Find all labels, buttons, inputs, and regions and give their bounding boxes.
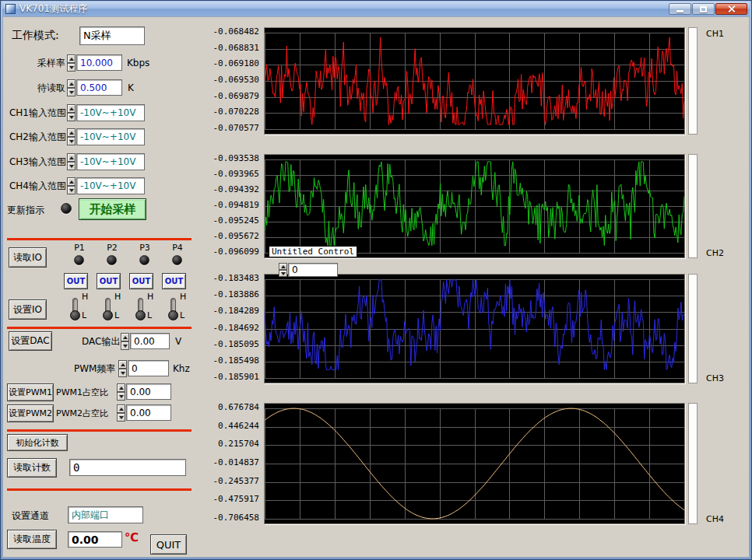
pwm2-duty-input[interactable]: 0.00: [126, 404, 171, 421]
minimize-button[interactable]: [669, 3, 691, 15]
out-button-p1[interactable]: OUT: [64, 273, 88, 289]
read-counter-button[interactable]: 读取计数: [7, 458, 57, 478]
y-tick-label: -0.245377: [213, 476, 259, 486]
toggle-knob[interactable]: [135, 310, 146, 320]
ch2-range-stepper[interactable]: [67, 128, 76, 145]
spin-down-button[interactable]: [117, 392, 125, 401]
ch4-range-stepper[interactable]: [67, 177, 76, 194]
spin-up-button[interactable]: [67, 128, 76, 137]
set-io-button[interactable]: 设置IO: [9, 299, 47, 320]
port-led-p4: [172, 255, 182, 265]
update-indicator-led: [61, 203, 72, 214]
chart-ch2-y-ticks: -0.093538-0.093965-0.094392-0.094819-0.0…: [195, 154, 262, 258]
ch3-range-stepper[interactable]: [67, 153, 76, 170]
pwm1-duty-input[interactable]: 0.00: [126, 383, 171, 400]
chart-ch2-side-strip: [688, 154, 698, 258]
ch1-range-select[interactable]: -10V~+10V: [76, 104, 145, 121]
toggle-knob[interactable]: [70, 310, 80, 320]
spin-down-button[interactable]: [118, 369, 127, 377]
spin-down-button[interactable]: [279, 270, 287, 277]
spin-down-button[interactable]: [67, 88, 76, 96]
spin-down-button[interactable]: [67, 137, 76, 145]
spin-up-button[interactable]: [67, 104, 76, 113]
spin-up-button[interactable]: [279, 263, 287, 270]
start-sampling-button[interactable]: 开始采样: [79, 198, 146, 220]
counter-display: 0: [69, 459, 186, 476]
y-tick-label: -0.070577: [213, 123, 259, 133]
sample-rate-input[interactable]: 10.000: [76, 54, 122, 71]
spin-down-button[interactable]: [67, 162, 76, 170]
quit-button[interactable]: QUIT: [150, 534, 187, 555]
dac-output-input[interactable]: 0.00: [130, 333, 170, 349]
y-tick-label: -0.183483: [213, 273, 259, 283]
up-arrow-icon: [69, 82, 74, 86]
spin-up-button[interactable]: [67, 177, 76, 186]
port-led-p1: [74, 255, 84, 265]
close-button[interactable]: [715, 3, 747, 15]
io-toggle-p3[interactable]: H L: [135, 291, 163, 322]
spin-down-button[interactable]: [67, 186, 76, 194]
out-button-p3[interactable]: OUT: [129, 273, 153, 289]
work-mode-select[interactable]: N采样: [79, 26, 145, 45]
init-counter-button[interactable]: 初始化计数: [7, 434, 68, 451]
pwm-freq-stepper[interactable]: [118, 360, 127, 377]
y-tick-label: -0.184692: [213, 323, 259, 333]
set-pwm2-button[interactable]: 设置PWM2: [7, 404, 54, 422]
y-tick-label: -0.068831: [213, 43, 259, 53]
read-temperature-button[interactable]: 读取温度: [7, 530, 57, 549]
io-toggle-p4[interactable]: H L: [167, 291, 195, 322]
spin-up-button[interactable]: [67, 54, 76, 63]
port-led-p2: [107, 255, 117, 265]
spin-down-button[interactable]: [67, 113, 76, 121]
sample-rate-stepper[interactable]: [67, 54, 76, 72]
up-arrow-icon: [123, 336, 128, 339]
app-icon: [5, 4, 16, 14]
separator: [7, 327, 192, 329]
titlebar[interactable]: VK701测试程序: [2, 2, 750, 16]
maximize-button[interactable]: [692, 3, 715, 15]
toggle-knob[interactable]: [168, 310, 178, 320]
temperature-unit: ℃: [125, 532, 139, 543]
set-pwm1-button[interactable]: 设置PWM1: [7, 383, 54, 401]
out-button-p4[interactable]: OUT: [162, 273, 186, 289]
toggle-high-label: H: [114, 292, 121, 302]
read-size-label: 待读取: [24, 82, 65, 93]
read-size-unit: K: [128, 82, 134, 93]
spin-up-button[interactable]: [117, 404, 125, 413]
set-dac-button[interactable]: 设置DAC: [9, 331, 52, 351]
pwm1-duty-stepper[interactable]: [117, 383, 125, 401]
pwm2-duty-stepper[interactable]: [117, 404, 125, 422]
ch2-range-select[interactable]: -10V~+10V: [76, 128, 145, 145]
spin-up-button[interactable]: [118, 360, 127, 369]
spin-up-button[interactable]: [67, 79, 76, 88]
ch1-range-stepper[interactable]: [67, 104, 76, 121]
up-arrow-icon: [119, 408, 124, 411]
ch4-range-select[interactable]: -10V~+10V: [76, 177, 145, 194]
chart-ch4-side-strip: [688, 403, 698, 524]
read-size-input[interactable]: 0.500: [76, 79, 122, 96]
read-size-stepper[interactable]: [67, 79, 76, 96]
overlay-value-input[interactable]: 0: [288, 263, 338, 277]
spin-up-button[interactable]: [117, 383, 125, 392]
spin-up-button[interactable]: [67, 153, 76, 162]
chart-ch3-label: CH3: [706, 373, 724, 383]
spin-up-button[interactable]: [121, 333, 129, 341]
down-arrow-icon: [69, 91, 74, 94]
out-button-p2[interactable]: OUT: [97, 273, 121, 289]
overlay-stepper[interactable]: [279, 263, 287, 277]
spin-down-button[interactable]: [121, 341, 129, 350]
spin-down-button[interactable]: [67, 63, 76, 72]
io-toggle-p2[interactable]: H L: [102, 291, 130, 322]
toggle-knob[interactable]: [103, 310, 113, 320]
y-tick-label: -0.070228: [213, 107, 259, 117]
chart-ch1-label: CH1: [706, 29, 724, 39]
ch3-range-select[interactable]: -10V~+10V: [76, 153, 145, 170]
y-tick-label: -0.706458: [213, 513, 259, 523]
dac-output-stepper[interactable]: [121, 333, 129, 350]
spin-down-button[interactable]: [117, 413, 125, 422]
toggle-low-label: L: [82, 310, 86, 320]
io-toggle-p1[interactable]: H L: [69, 291, 97, 322]
pwm-freq-input[interactable]: 0: [128, 360, 169, 376]
channel-select[interactable]: 内部端口: [68, 506, 143, 523]
read-io-button[interactable]: 读取IO: [9, 247, 47, 268]
